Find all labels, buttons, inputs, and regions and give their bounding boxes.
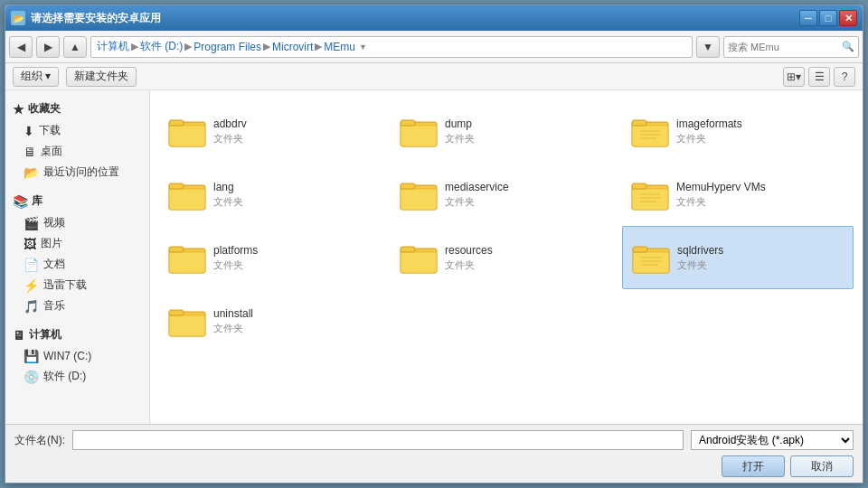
sidebar-item-c-drive[interactable]: 💾 WIN7 (C:): [5, 346, 149, 366]
folder-name: mediaservice: [445, 181, 509, 193]
forward-button[interactable]: ▶: [36, 36, 60, 58]
pictures-icon: 🖼: [24, 237, 36, 251]
sidebar-item-documents-label: 文档: [43, 257, 65, 272]
maximize-button[interactable]: □: [819, 10, 837, 26]
d-drive-icon: 💿: [24, 370, 39, 384]
svg-rect-26: [169, 247, 184, 252]
organize-label: 组织 ▾: [21, 69, 51, 84]
svg-rect-32: [633, 247, 647, 252]
close-button[interactable]: ✕: [839, 10, 857, 26]
library-header[interactable]: 📚 库: [5, 190, 149, 212]
folder-icon: [168, 240, 206, 275]
folder-item[interactable]: imageformats文件夹: [622, 99, 854, 163]
sidebar-item-download[interactable]: ⬇ 下载: [5, 120, 149, 141]
svg-rect-38: [169, 310, 184, 315]
sidebar-item-video[interactable]: 🎬 视频: [5, 212, 149, 233]
cancel-button[interactable]: 取消: [790, 455, 854, 477]
sidebar-item-c-drive-label: WIN7 (C:): [43, 350, 91, 362]
folder-name: MemuHyperv VMs: [676, 181, 766, 193]
path-programfiles[interactable]: Program Files: [193, 41, 261, 53]
minimize-button[interactable]: ─: [799, 10, 817, 26]
sidebar-item-download-label: 下载: [39, 123, 61, 138]
folder-item[interactable]: lang文件夹: [159, 163, 391, 226]
favorites-section: ★ 收藏夹 ⬇ 下载 🖥 桌面 📂 最近访问的位置: [5, 98, 149, 183]
back-button[interactable]: ◀: [9, 36, 33, 58]
path-dropdown-button[interactable]: ▼: [696, 36, 720, 58]
title-bar: 📂 请选择需要安装的安卓应用 ─ □ ✕: [5, 5, 863, 31]
library-label: 库: [32, 193, 42, 209]
path-bar[interactable]: 计算机 ▶ 软件 (D:) ▶ Program Files ▶ Microvir…: [90, 36, 693, 58]
folder-name: sqldrivers: [677, 244, 723, 257]
library-icon: 📚: [13, 194, 28, 209]
view-details-button[interactable]: ☰: [808, 67, 830, 87]
folder-item[interactable]: sqldrivers文件夹: [622, 226, 854, 289]
folder-item[interactable]: platforms文件夹: [159, 226, 391, 289]
sidebar-item-music-label: 音乐: [43, 298, 65, 314]
svg-rect-8: [632, 120, 646, 126]
svg-rect-17: [401, 183, 415, 189]
search-icon: 🔍: [842, 41, 854, 52]
folder-icon: [631, 114, 669, 148]
sidebar-item-desktop[interactable]: 🖥 桌面: [5, 141, 149, 162]
svg-rect-19: [632, 189, 668, 210]
folder-icon: [631, 177, 669, 211]
folder-type: 文件夹: [213, 322, 253, 335]
up-button[interactable]: ▲: [63, 36, 87, 58]
svg-rect-31: [633, 252, 669, 273]
music-icon: 🎵: [24, 299, 39, 314]
folder-type: 文件夹: [445, 195, 509, 209]
search-input[interactable]: [728, 42, 842, 52]
sidebar-item-pictures-label: 图片: [41, 236, 62, 251]
desktop-icon: 🖥: [24, 145, 36, 159]
bottom-bar: 文件名(N): Android安装包 (*.apk) 打开 取消: [5, 424, 863, 483]
path-drive[interactable]: 软件 (D:): [140, 39, 183, 54]
folder-item[interactable]: MemuHyperv VMs文件夹: [622, 163, 854, 226]
favorites-header[interactable]: ★ 收藏夹: [5, 98, 149, 120]
buttons-row: 打开 取消: [14, 455, 854, 477]
path-microvirt[interactable]: Microvirt: [272, 41, 313, 53]
folder-icon: [632, 240, 670, 275]
svg-rect-2: [169, 120, 184, 126]
sidebar-item-d-drive[interactable]: 💿 软件 (D:): [5, 366, 149, 387]
sidebar-item-documents[interactable]: 📄 文档: [5, 254, 149, 275]
favorites-label: 收藏夹: [28, 101, 61, 117]
folder-item[interactable]: mediaservice文件夹: [391, 163, 622, 226]
filename-row: 文件名(N): Android安装包 (*.apk): [14, 430, 854, 450]
folder-name: adbdrv: [213, 117, 247, 130]
folder-item[interactable]: dump文件夹: [391, 99, 622, 163]
svg-rect-1: [169, 126, 205, 146]
search-box[interactable]: 🔍: [723, 36, 859, 58]
sidebar-item-music[interactable]: 🎵 音乐: [5, 296, 149, 316]
sidebar-item-xunlei[interactable]: ⚡ 迅雷下载: [5, 275, 149, 296]
sidebar: ★ 收藏夹 ⬇ 下载 🖥 桌面 📂 最近访问的位置 📚: [5, 90, 150, 424]
open-button[interactable]: 打开: [722, 455, 785, 477]
file-area: adbdrv文件夹 dump文件夹 imageformats文件夹 lang文件…: [150, 90, 863, 424]
path-memu[interactable]: MEmu: [324, 41, 355, 53]
folder-item[interactable]: resources文件夹: [391, 226, 622, 289]
computer-icon: 🖥: [13, 328, 25, 343]
dialog-icon: 📂: [11, 11, 25, 25]
folder-item[interactable]: adbdrv文件夹: [159, 99, 391, 163]
sidebar-item-pictures[interactable]: 🖼 图片: [5, 233, 149, 254]
filetype-select[interactable]: Android安装包 (*.apk): [691, 430, 854, 450]
folder-type: 文件夹: [676, 132, 742, 145]
sidebar-item-recent[interactable]: 📂 最近访问的位置: [5, 162, 149, 183]
help-button[interactable]: ?: [834, 67, 855, 87]
organize-button[interactable]: 组织 ▾: [13, 67, 59, 87]
path-computer[interactable]: 计算机: [97, 39, 129, 54]
new-folder-button[interactable]: 新建文件夹: [66, 67, 137, 87]
filename-input[interactable]: [72, 430, 684, 450]
folder-item[interactable]: uninstall文件夹: [159, 289, 391, 352]
download-icon: ⬇: [24, 124, 34, 138]
recent-icon: 📂: [24, 165, 39, 180]
computer-header[interactable]: 🖥 计算机: [5, 324, 149, 346]
view-dropdown-button[interactable]: ⊞▾: [783, 67, 805, 87]
dialog-title: 请选择需要安装的安卓应用: [31, 11, 799, 26]
view-controls: ⊞▾ ☰ ?: [783, 67, 855, 87]
filename-label: 文件名(N):: [14, 433, 65, 448]
sidebar-item-xunlei-label: 迅雷下载: [43, 277, 87, 293]
svg-rect-25: [169, 252, 205, 273]
documents-icon: 📄: [24, 258, 39, 272]
folder-name: imageformats: [676, 117, 742, 130]
computer-label: 计算机: [29, 327, 61, 343]
